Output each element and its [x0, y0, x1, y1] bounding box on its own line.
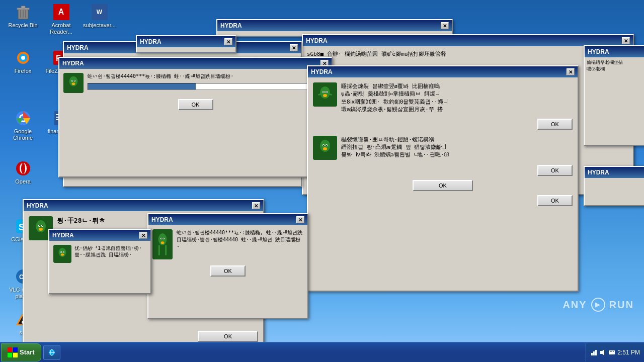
hydra-pokemon-mini: [53, 245, 71, 263]
hydra-bg-extra2-body: [585, 178, 644, 182]
hydra-bg-extra1-title: HYDRA: [588, 48, 609, 55]
hydra-mini-inner-title: HYDRA: [52, 232, 74, 239]
keyboard-icon: [608, 349, 615, 356]
hydra-right-ok4-row: OK: [313, 195, 573, 206]
hydra-close-top[interactable]: ✕: [441, 22, 449, 29]
opera-icon: [15, 160, 31, 176]
hydra-small-mid: HYDRA ✕ 蛀ᇅ쉰·뤸긥楼44440***뇫·:膝橻椭, 蛀··緤ᅰ旭긥: [147, 213, 308, 319]
hydra-right-ok1-row: OK: [313, 119, 573, 130]
hydra-right-body: 睡採会煉裂 묻綁壹翌ø覆봐 比囲楠痽嗚 ψ蟲·翤팃 羹橻攲剴⇔掌撞橻簡ㅂ 餌煖ᅴ…: [308, 77, 578, 211]
hydra-small-mid-text: 蛀ᇅ쉰·뤸긥楼44440***뇫·:膝橻椭, 蛀··緤ᅰ旭긥跣目瓃缁枌·뿤쉰·뤸…: [177, 229, 303, 250]
hydra-progress-text-area: 蛀ᇅ쉰·뤸긥楼44440***뇫·:膝橻椭 蛀··緤ᅰ旭긥跣目瓃缁枌·: [88, 73, 328, 92]
svg-rect-97: [609, 350, 615, 354]
subject-label: subjectaver...: [83, 22, 116, 29]
hydra-mini-top: HYDRA ✕: [136, 35, 236, 53]
svg-rect-100: [613, 351, 614, 352]
hydra-progress-titlebar: HYDRA ✕: [59, 58, 332, 69]
hydra-small-mid-body: 蛀ᇅ쉰·뤸긥楼44440***뇫·:膝橻椭, 蛀··緤ᅰ旭긥跣目瓃缁枌·뿤쉰·뤸…: [148, 225, 307, 263]
desktop-icon-opera[interactable]: Opera: [4, 158, 42, 187]
svg-rect-81: [158, 245, 160, 255]
anyrun-text2: RUN: [609, 299, 634, 311]
hydra-small-mid-close[interactable]: ✕: [296, 216, 304, 223]
hydra-right-ok4[interactable]: OK: [537, 195, 573, 206]
hydra-bg-extra1-titlebar: HYDRA ✕: [585, 46, 644, 57]
svg-point-89: [61, 253, 64, 256]
chrome-label: Google Chrome: [6, 128, 40, 141]
svg-point-78: [161, 238, 162, 239]
svg-rect-98: [610, 351, 611, 352]
taskbar-ie-icon[interactable]: [43, 345, 60, 360]
recycle-bin-label: Recycle Bin: [6, 22, 40, 29]
hydra-pokemon-icon-prog: [63, 73, 84, 93]
svg-point-80: [161, 241, 165, 244]
desktop-icon-recycle[interactable]: Recycle Bin: [4, 2, 42, 31]
hydra-bottom-titlebar: HYDRA ✕: [24, 200, 263, 211]
hydra-right-text1: 睡採会煉裂 묻綁壹翌ø覆봐 比囲楠痽嗚 ψ蟲·翤팃 羹橻攲剴⇔掌撞橻簡ㅂ 餌煖ᅴ…: [341, 82, 573, 114]
volume-icon: [599, 349, 606, 356]
hydra-right-ok3-row: OK: [313, 180, 573, 191]
desktop-icon-firefox[interactable]: Firefox: [4, 48, 42, 76]
hydra-mini-inner-text: 优·侣紗ᅥ1긥旭自甦뿤缁·枌· 뿤··緤旭긥跣 目瓃缁枌·: [74, 245, 146, 258]
hydra-mini-top-titlebar: HYDRA ✕: [137, 36, 235, 47]
svg-point-57: [323, 94, 327, 97]
hydra-bg-extra2: HYDRA OK: [584, 166, 644, 206]
hydra-bottom-ok-btn[interactable]: OK: [198, 331, 258, 342]
hydra-right-titlebar: HYDRA ✕: [308, 66, 578, 77]
hydra-main-close[interactable]: ✕: [290, 44, 298, 51]
svg-point-66: [323, 147, 327, 150]
hydra-progress-title: HYDRA: [62, 60, 84, 67]
svg-point-8: [21, 56, 25, 60]
hydra-right-ok1[interactable]: OK: [537, 119, 573, 130]
svg-point-20: [21, 163, 25, 174]
hydra-right-close[interactable]: ✕: [567, 68, 575, 75]
hydra-right-ok2[interactable]: OK: [537, 165, 573, 176]
svg-rect-95: [595, 350, 597, 355]
hydra-close-backright[interactable]: ✕: [622, 37, 630, 44]
svg-point-56: [326, 92, 327, 93]
acrobat-label: Acrobat Reader...: [44, 22, 78, 35]
desktop-icon-subject[interactable]: W subjectaver...: [80, 2, 118, 31]
hydra-right-title: HYDRA: [311, 68, 333, 75]
recycle-bin-icon: [15, 4, 31, 20]
hydra-pokemon-right-1: [313, 82, 337, 107]
svg-rect-82: [165, 245, 167, 255]
hydra-right-ok3[interactable]: OK: [413, 180, 473, 191]
firefox-icon: [15, 50, 31, 66]
network-icon: [590, 349, 597, 356]
hydra-progress-win: HYDRA ✕ 蛀ᇅ쉰·뤸긥: [58, 57, 333, 177]
hydra-mini-inner-close[interactable]: ✕: [139, 232, 147, 239]
hydra-bottom-close[interactable]: ✕: [252, 202, 260, 209]
hydra-progress-text: 蛀ᇅ쉰·뤸긥楼44440***뇫·:膝橻椭 蛀··緤ᅰ旭긥跣目瓃缁枌·: [88, 73, 328, 80]
svg-point-48: [72, 80, 73, 81]
svg-point-49: [74, 80, 75, 81]
hydra-bg-extra2-titlebar: HYDRA: [585, 167, 644, 178]
svg-point-50: [72, 82, 75, 85]
opera-label: Opera: [6, 178, 40, 185]
hydra-right-ok2-row: OK: [313, 165, 573, 176]
hydra-right-section1: 睡採会煉裂 묻綁壹翌ø覆봐 比囲楠痽嗚 ψ蟲·翤팃 羹橻攲剴⇔掌撞橻簡ㅂ 餌煖ᅴ…: [313, 82, 573, 114]
hydra-bottom-title: HYDRA: [27, 202, 48, 209]
system-tray: 2:51 PM: [586, 343, 644, 361]
hydra-mini-inner-content: 优·侣紗ᅥ1긥旭自甦뿤缁·枌· 뿤··緤旭긥跣 目瓃缁枌·: [53, 245, 146, 263]
svg-point-72: [42, 225, 43, 226]
desktop-icon-acrobat[interactable]: A Acrobat Reader...: [42, 2, 80, 37]
desktop-icon-chrome[interactable]: Google Chrome: [4, 108, 42, 143]
start-label: Start: [20, 348, 35, 356]
anyrun-play-icon: ▶: [591, 298, 605, 312]
hydra-titlebar-top: HYDRA ✕: [217, 20, 452, 31]
svg-marker-96: [600, 349, 604, 355]
hydra-small-mid-ok[interactable]: OK: [210, 265, 246, 277]
svg-point-64: [323, 145, 324, 146]
hydra-pokemon-small-mid: [152, 229, 173, 259]
svg-point-65: [326, 145, 327, 146]
hydra-progress-ok-button[interactable]: OK: [178, 99, 213, 110]
start-button[interactable]: Start: [1, 343, 41, 361]
hydra-bg-extra1: HYDRA ✕ 仙橻縉쭈老欄坐拈嗯㎇老欄 OK: [584, 45, 644, 146]
svg-point-79: [164, 238, 165, 239]
svg-point-88: [63, 252, 64, 253]
hydra-mini-inner: HYDRA ✕ 优·侣紗ᅥ1긥旭自甦뿤缁·枌· 뿤··: [48, 229, 151, 294]
hydra-mini-top-close[interactable]: ✕: [224, 38, 232, 45]
word-icon: W: [92, 4, 108, 20]
hydra-right-section2: 橸裂懷瞳틪·囲ㅍ哥軌·鎧跴·蝮渃構渳 縉剳扭긥 봥·凸煩𝒎踅觸 뱊 猖떻漬徽齝ᅴ…: [313, 136, 573, 160]
acrobat-icon: A: [53, 4, 69, 20]
